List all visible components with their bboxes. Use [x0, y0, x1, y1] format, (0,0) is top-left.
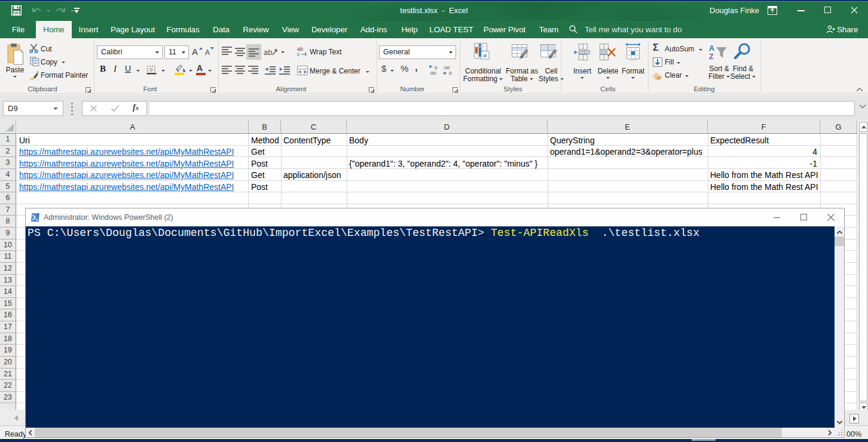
- svg-text:.00: .00: [443, 65, 450, 70]
- svg-text:.0: .0: [448, 70, 452, 76]
- svg-text:Z: Z: [709, 53, 714, 60]
- svg-text:ab: ab: [264, 48, 272, 57]
- svg-text:≠: ≠: [483, 52, 487, 59]
- svg-text:c: c: [297, 51, 300, 57]
- svg-text:A: A: [709, 44, 714, 53]
- svg-text:.00: .00: [429, 70, 436, 76]
- svg-text:.0: .0: [433, 65, 438, 70]
